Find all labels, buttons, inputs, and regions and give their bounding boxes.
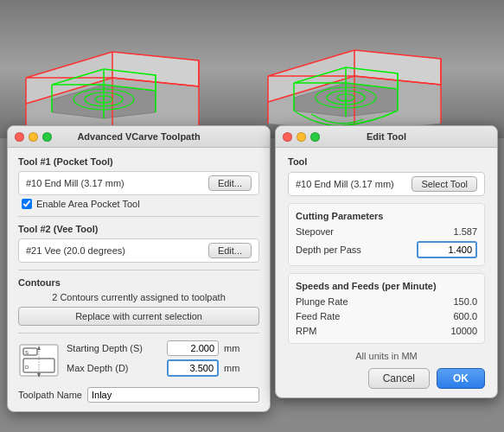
svg-text:S: S <box>25 350 29 355</box>
units-note: All units in MM <box>288 351 485 361</box>
contours-count-text: 2 Contours currently assigned to toolpat… <box>18 292 259 302</box>
right-minimize-button[interactable] <box>297 132 306 142</box>
tool1-edit-button[interactable]: Edit... <box>208 175 252 191</box>
right-maximize-button[interactable] <box>310 132 320 142</box>
advanced-vcarve-dialog: Advanced VCarve Toolpath Tool #1 (Pocket… <box>7 125 271 412</box>
max-depth-input[interactable] <box>167 359 219 377</box>
stepover-value: 1.587 <box>453 226 477 237</box>
left-dialog-title: Advanced VCarve Toolpath <box>18 131 259 142</box>
cutting-params-section: Cutting Parameters Stepover 1.587 Depth … <box>288 203 485 266</box>
tool2-name: #21 Vee (20.0 degrees) <box>26 245 125 256</box>
feed-rate-row: Feed Rate 600.0 <box>296 311 477 321</box>
traffic-lights <box>15 132 52 142</box>
edit-tool-dialog: Edit Tool Tool #10 End Mill (3.17 mm) Se… <box>275 125 498 398</box>
tool1-name: #10 End Mill (3.17 mm) <box>26 178 124 188</box>
right-close-button[interactable] <box>283 132 292 142</box>
maximize-button[interactable] <box>42 132 52 142</box>
tool2-row: #21 Vee (20.0 degrees) Edit... <box>18 238 259 263</box>
starting-depth-unit: mm <box>224 343 239 353</box>
dialog-buttons: Cancel OK <box>288 368 485 389</box>
starting-depth-input[interactable] <box>167 340 219 356</box>
rpm-value: 10000 <box>450 326 477 336</box>
speeds-feeds-label: Speeds and Feeds (per Minute) <box>296 281 477 291</box>
divider-2 <box>18 270 259 270</box>
stepover-label: Stepover <box>296 226 334 237</box>
right-tool-section-label: Tool <box>288 156 485 167</box>
cancel-button[interactable]: Cancel <box>368 368 430 389</box>
replace-selection-button[interactable]: Replace with current selection <box>18 307 259 326</box>
starting-depth-label: Starting Depth (S) <box>67 343 162 353</box>
tool2-edit-button[interactable]: Edit... <box>208 243 252 258</box>
stepover-row: Stepover 1.587 <box>296 226 477 237</box>
rpm-label: RPM <box>296 326 316 336</box>
depth-fields: Starting Depth (S) mm Max Depth (D) mm <box>67 340 259 380</box>
divider-3 <box>18 333 259 334</box>
depth-per-pass-input[interactable] <box>417 241 477 258</box>
depth-diagram-icon: S D <box>18 343 60 378</box>
ok-button[interactable]: OK <box>437 368 485 389</box>
starting-depth-row: Starting Depth (S) mm <box>67 340 259 356</box>
max-depth-row: Max Depth (D) mm <box>67 359 259 377</box>
3d-viewport <box>0 0 504 138</box>
toolpath-name-row: Toolpath Name <box>18 387 259 403</box>
tool2-section-label: Tool #2 (Vee Tool) <box>18 224 259 234</box>
toolpath-name-label: Toolpath Name <box>18 390 82 400</box>
right-tool-row: #10 End Mill (3.17 mm) Select Tool <box>288 172 485 196</box>
max-depth-label: Max Depth (D) <box>67 363 162 373</box>
right-dialog-titlebar: Edit Tool <box>276 126 497 148</box>
left-dialog-titlebar: Advanced VCarve Toolpath <box>8 126 270 148</box>
right-tool-name: #10 End Mill (3.17 mm) <box>296 179 394 189</box>
plunge-rate-value: 150.0 <box>453 296 477 307</box>
depth-section: S D Starting Depth (S) mm Max Depth (D) … <box>18 340 259 380</box>
feed-rate-value: 600.0 <box>453 311 477 321</box>
rpm-row: RPM 10000 <box>296 326 477 336</box>
enable-area-pocket-row: Enable Area Pocket Tool <box>18 199 259 209</box>
right-traffic-lights <box>283 132 320 142</box>
minimize-button[interactable] <box>29 132 38 142</box>
feed-rate-label: Feed Rate <box>296 311 340 321</box>
depth-per-pass-label: Depth per Pass <box>296 245 361 255</box>
depth-per-pass-row: Depth per Pass <box>296 241 477 258</box>
cutting-params-label: Cutting Parameters <box>296 211 477 221</box>
tool1-section-label: Tool #1 (Pocket Tool) <box>18 156 259 167</box>
max-depth-unit: mm <box>224 363 239 373</box>
plunge-rate-row: Plunge Rate 150.0 <box>296 296 477 307</box>
svg-text:D: D <box>25 365 29 370</box>
tool1-row: #10 End Mill (3.17 mm) Edit... <box>18 171 259 195</box>
contours-section-label: Contours <box>18 277 259 288</box>
toolpath-name-input[interactable] <box>87 387 259 403</box>
divider-1 <box>18 216 259 217</box>
close-button[interactable] <box>15 132 24 142</box>
enable-area-pocket-label: Enable Area Pocket Tool <box>36 199 140 209</box>
enable-area-pocket-checkbox[interactable] <box>22 199 32 209</box>
select-tool-button[interactable]: Select Tool <box>411 176 477 192</box>
speeds-feeds-section: Speeds and Feeds (per Minute) Plunge Rat… <box>288 273 485 344</box>
plunge-rate-label: Plunge Rate <box>296 296 348 307</box>
